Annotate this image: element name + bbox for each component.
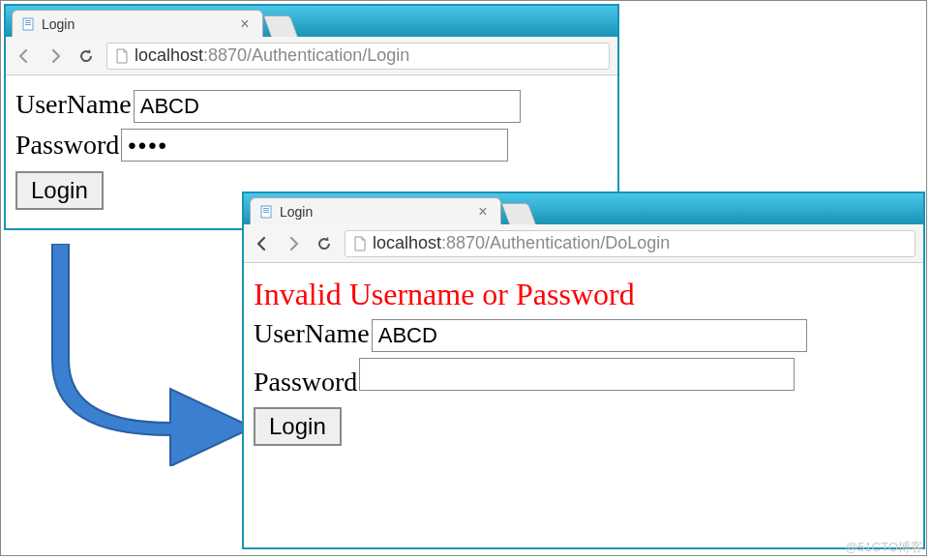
svg-rect-1 <box>25 20 31 21</box>
username-row: UserName <box>254 318 914 352</box>
browser-tab[interactable]: Login × <box>250 197 501 224</box>
svg-rect-5 <box>263 208 269 209</box>
password-label: Password <box>15 130 119 161</box>
username-label: UserName <box>15 89 132 120</box>
page-favicon <box>22 17 36 31</box>
url-port: :8870 <box>441 233 485 252</box>
svg-rect-2 <box>25 22 31 23</box>
svg-rect-7 <box>263 212 269 213</box>
browser-window-dologin: Login × localhost:8870/Authentication/Do… <box>242 192 925 549</box>
login-button[interactable]: Login <box>254 407 342 446</box>
back-button[interactable] <box>252 233 273 254</box>
browser-toolbar: localhost:8870/Authentication/Login <box>6 37 617 75</box>
svg-rect-3 <box>25 24 31 25</box>
back-button[interactable] <box>14 45 35 67</box>
url-path: /Authentication/Login <box>247 45 409 65</box>
watermark: @51CTO博客 <box>845 539 923 556</box>
forward-button[interactable] <box>45 45 66 67</box>
url-host: localhost <box>373 233 441 252</box>
new-tab-button[interactable] <box>501 203 536 224</box>
forward-button[interactable] <box>283 233 304 254</box>
password-label: Password <box>254 367 357 398</box>
close-icon[interactable]: × <box>475 203 491 221</box>
close-icon[interactable]: × <box>237 15 253 33</box>
svg-rect-6 <box>263 210 269 211</box>
site-icon <box>115 48 129 64</box>
password-row: Password <box>254 358 914 398</box>
tab-title: Login <box>280 204 475 220</box>
username-input[interactable] <box>134 90 521 123</box>
url-text: localhost:8870/Authentication/Login <box>135 45 409 66</box>
browser-tab[interactable]: Login × <box>12 10 263 37</box>
username-label: UserName <box>254 318 370 349</box>
tab-strip: Login × <box>244 193 923 224</box>
reload-button[interactable] <box>314 233 335 254</box>
username-row: UserName <box>15 89 608 123</box>
new-tab-button[interactable] <box>263 15 298 37</box>
password-row: Password •••• <box>15 129 608 162</box>
page-favicon <box>260 205 274 219</box>
password-input[interactable] <box>359 358 795 391</box>
url-path: /Authentication/DoLogin <box>485 233 670 252</box>
tab-title: Login <box>42 16 237 32</box>
url-port: :8870 <box>203 45 247 65</box>
site-icon <box>353 236 367 251</box>
page-body: Invalid Username or Password UserName Pa… <box>244 263 923 547</box>
url-host: localhost <box>135 45 203 65</box>
address-bar[interactable]: localhost:8870/Authentication/DoLogin <box>345 230 916 257</box>
flow-arrow-icon <box>35 244 257 466</box>
browser-toolbar: localhost:8870/Authentication/DoLogin <box>244 224 923 263</box>
url-text: localhost:8870/Authentication/DoLogin <box>373 233 670 253</box>
username-input[interactable] <box>372 319 807 352</box>
address-bar[interactable]: localhost:8870/Authentication/Login <box>106 43 610 70</box>
tab-strip: Login × <box>6 6 617 37</box>
error-message: Invalid Username or Password <box>254 277 914 312</box>
reload-button[interactable] <box>75 45 97 67</box>
login-button[interactable]: Login <box>15 171 104 210</box>
password-input[interactable]: •••• <box>121 129 508 162</box>
